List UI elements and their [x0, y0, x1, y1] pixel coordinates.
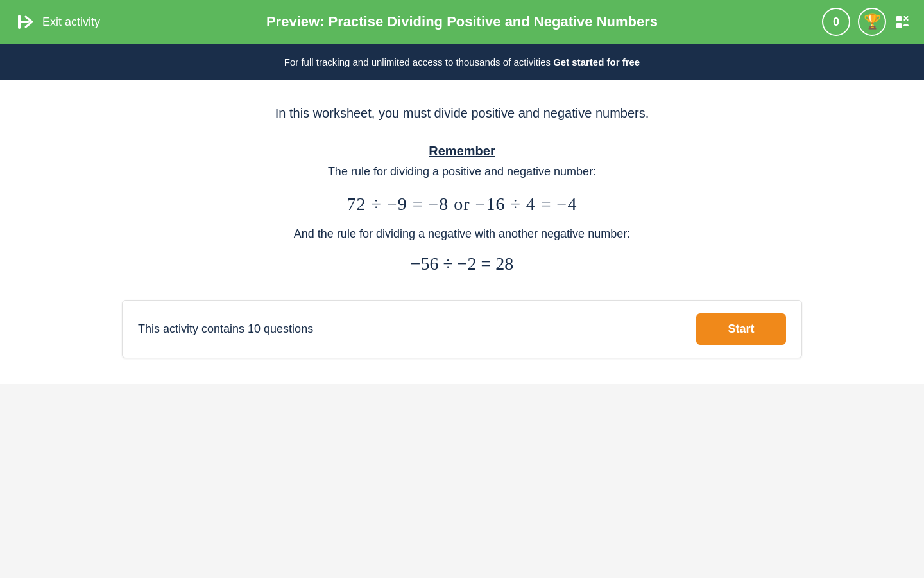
rule-text-2: And the rule for dividing a negative wit…: [122, 227, 802, 241]
promo-banner: For full tracking and unlimited access t…: [0, 44, 924, 80]
grid-menu-icon[interactable]: [896, 16, 909, 28]
content-wrapper: In this worksheet, you must divide posit…: [0, 80, 924, 384]
grid-dot-x: [903, 16, 909, 21]
banner-text: For full tracking and unlimited access t…: [284, 57, 553, 67]
grid-dot-minus: [903, 24, 909, 26]
header: Exit activity Preview: Practise Dividing…: [0, 0, 924, 44]
start-button[interactable]: Start: [696, 313, 786, 345]
trophy-button[interactable]: 🏆: [858, 8, 886, 36]
header-right: 0 🏆: [793, 8, 909, 36]
math-example-2: −56 ÷ −2 = 28: [122, 254, 802, 274]
trophy-icon: 🏆: [864, 13, 881, 30]
activity-info: This activity contains 10 questions: [138, 322, 313, 336]
content-inner: In this worksheet, you must divide posit…: [109, 80, 815, 384]
exit-activity-label: Exit activity: [42, 15, 100, 29]
remember-subtitle: The rule for dividing a positive and neg…: [122, 165, 802, 179]
exit-activity-button[interactable]: Exit activity: [15, 12, 131, 32]
exit-icon: [15, 12, 36, 32]
remember-section: Remember The rule for dividing a positiv…: [122, 144, 802, 179]
grid-dot-2: [896, 23, 902, 28]
grid-dot-1: [896, 16, 902, 21]
intro-text: In this worksheet, you must divide posit…: [122, 106, 802, 121]
activity-card: This activity contains 10 questions Star…: [122, 300, 802, 358]
page-title: Preview: Practise Dividing Positive and …: [131, 13, 793, 30]
svg-rect-1: [18, 15, 21, 29]
banner-cta[interactable]: Get started for free: [553, 57, 640, 67]
remember-title: Remember: [122, 144, 802, 159]
score-badge: 0: [822, 8, 850, 36]
math-example-1: 72 ÷ −9 = −8 or −16 ÷ 4 = −4: [122, 194, 802, 215]
